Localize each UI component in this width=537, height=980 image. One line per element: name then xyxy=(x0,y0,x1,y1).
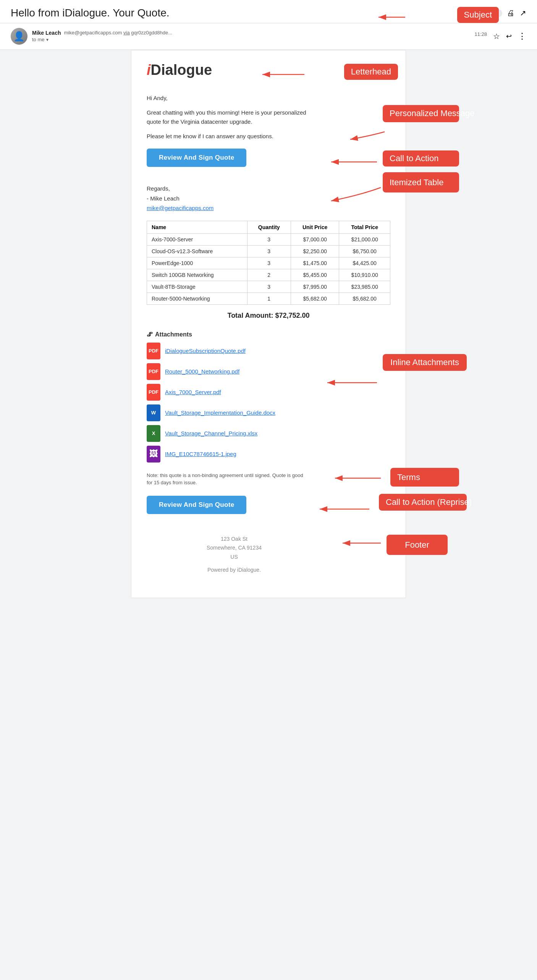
email-body: iDialogue Letterhead Hi Andy, Great chat… xyxy=(131,50,406,598)
cell-quantity: 3 xyxy=(247,257,291,269)
footer-annotation: Footer xyxy=(387,535,448,555)
table-row: Router-5000-Networking 1 $5,682.00 $5,68… xyxy=(147,293,390,304)
cta-reprise-section: Review And Sign Quote Call to Action (Re… xyxy=(147,496,390,523)
attachment-link[interactable]: iDialogueSubscriptionQuote.pdf xyxy=(165,348,246,354)
table-row: Vault-8TB-Storage 3 $7,995.00 $23,985.00 xyxy=(147,281,390,293)
letterhead-section: iDialogue Letterhead xyxy=(147,62,390,82)
sender-email-link[interactable]: mike@getpacificapps.com xyxy=(147,205,214,211)
attachment-link[interactable]: Vault_Storage_Implementation_Guide.docx xyxy=(165,409,275,416)
cell-quantity: 2 xyxy=(247,269,291,281)
cell-total-price: $4,425.00 xyxy=(339,257,390,269)
pdf-file-icon: PDF xyxy=(147,343,160,359)
cell-quantity: 1 xyxy=(247,293,291,304)
regards-section: Regards, - Mike Leach mike@getpacificapp… xyxy=(147,184,390,213)
cell-quantity: 3 xyxy=(247,233,291,245)
cell-unit-price: $2,250.00 xyxy=(291,245,339,257)
cell-total-price: $6,750.00 xyxy=(339,245,390,257)
img-file-icon: 🖼 xyxy=(147,446,160,463)
footer-powered-by: Powered by iDialogue. xyxy=(147,566,322,575)
body1: Great chatting with you this morning! He… xyxy=(147,108,306,126)
cell-name: Router-5000-Networking xyxy=(147,293,247,304)
pdf-file-icon: PDF xyxy=(147,384,160,401)
cell-name: Axis-7000-Server xyxy=(147,233,247,245)
itemized-table-annotation: Itemized Table xyxy=(383,172,459,192)
print-icon[interactable] xyxy=(507,9,514,18)
cell-name: Cloud-OS-v12.3-Software xyxy=(147,245,247,257)
star-icon[interactable] xyxy=(493,32,500,41)
attachments-header: Attachments xyxy=(147,331,299,338)
cell-total-price: $5,682.00 xyxy=(339,293,390,304)
cell-total-price: $23,985.00 xyxy=(339,281,390,293)
col-header-name: Name xyxy=(147,221,247,233)
col-header-unit-price: Unit Price xyxy=(291,221,339,233)
sender-name-regards: - Mike Leach xyxy=(147,194,306,204)
xlsx-file-icon: X xyxy=(147,425,160,442)
review-sign-button-reprise[interactable]: Review And Sign Quote xyxy=(147,496,246,514)
attachment-link[interactable]: Vault_Storage_Channel_Pricing.xlsx xyxy=(165,430,257,437)
regards-text: Regards, xyxy=(147,184,306,194)
col-header-quantity: Quantity xyxy=(247,221,291,233)
subject-icons xyxy=(507,8,526,18)
email-header: 👤 Mike Leach mike@getpacificapps.com via… xyxy=(0,23,537,50)
message-section: Hi Andy, Great chatting with you this mo… xyxy=(147,94,390,141)
cell-total-price: $21,000.00 xyxy=(339,233,390,245)
cell-name: PowerEdge-1000 xyxy=(147,257,247,269)
inline-attachments-annotation: Inline Attachments xyxy=(383,354,467,371)
greeting: Hi Andy, xyxy=(147,94,306,103)
table-row: Axis-7000-Server 3 $7,000.00 $21,000.00 xyxy=(147,233,390,245)
cell-unit-price: $7,000.00 xyxy=(291,233,339,245)
attachment-link[interactable]: Axis_7000_Server.pdf xyxy=(165,389,221,395)
sender-name: Mike Leach xyxy=(32,30,61,36)
reply-icon[interactable] xyxy=(506,32,512,40)
subject-title: Hello from iDialogue. Your Quote. xyxy=(11,7,473,19)
logo-dialogue: Dialogue xyxy=(151,62,212,78)
col-header-total-price: Total Price xyxy=(339,221,390,233)
total-amount: Total Amount: $72,752.00 xyxy=(147,312,390,320)
cell-quantity: 3 xyxy=(247,245,291,257)
attachment-item: PDFRouter_5000_Networking.pdf xyxy=(147,363,299,380)
attachment-item: XVault_Storage_Channel_Pricing.xlsx xyxy=(147,425,299,442)
table-row: Switch 100GB Networking 2 $5,455.00 $10,… xyxy=(147,269,390,281)
cell-name: Switch 100GB Networking xyxy=(147,269,247,281)
letterhead-annotation: Letterhead xyxy=(344,64,398,80)
review-sign-button[interactable]: Review And Sign Quote xyxy=(147,149,246,167)
attachment-item: PDFiDialogueSubscriptionQuote.pdf xyxy=(147,343,299,359)
items-table-section: Name Quantity Unit Price Total Price Axi… xyxy=(147,221,390,320)
body2: Please let me know if I can answer any q… xyxy=(147,132,306,141)
subject-bar: Hello from iDialogue. Your Quote. Inbox … xyxy=(0,0,537,23)
personalized-message-annotation: Personalized Message xyxy=(383,105,459,122)
attachment-link[interactable]: IMG_E10C78746615-1.jpeg xyxy=(165,451,236,457)
sender-email: mike@getpacificapps.com via gqr0zz0gdd8h… xyxy=(64,30,172,36)
attachments-list: PDFiDialogueSubscriptionQuote.pdfPDFRout… xyxy=(147,343,299,463)
external-link-icon[interactable] xyxy=(520,8,526,18)
terms-section: Note: this quote is a non-binding agreem… xyxy=(147,472,390,487)
cell-unit-price: $7,995.00 xyxy=(291,281,339,293)
paperclip-icon xyxy=(147,331,153,338)
avatar-image: 👤 xyxy=(11,28,27,45)
attachment-item: 🖼IMG_E10C78746615-1.jpeg xyxy=(147,446,299,463)
attachment-item: WVault_Storage_Implementation_Guide.docx xyxy=(147,404,299,421)
terms-annotation: Terms xyxy=(390,468,459,487)
sender-info: Mike Leach mike@getpacificapps.com via g… xyxy=(32,30,470,43)
footer-address2: Somewhere, CA 91234 xyxy=(147,543,322,553)
attachment-link[interactable]: Router_5000_Networking.pdf xyxy=(165,368,239,375)
timestamp: 11:28 xyxy=(474,31,487,37)
cell-unit-price: $1,475.00 xyxy=(291,257,339,269)
avatar: 👤 xyxy=(11,28,27,45)
footer-section: 123 Oak St Somewhere, CA 91234 US Powere… xyxy=(147,527,390,582)
footer-address1: 123 Oak St xyxy=(147,535,322,544)
to-me[interactable]: to me xyxy=(32,36,470,43)
cell-unit-price: $5,682.00 xyxy=(291,293,339,304)
pdf-file-icon: PDF xyxy=(147,363,160,380)
email-body-container: iDialogue Letterhead Hi Andy, Great chat… xyxy=(0,50,537,613)
items-table: Name Quantity Unit Price Total Price Axi… xyxy=(147,221,390,305)
cell-unit-price: $5,455.00 xyxy=(291,269,339,281)
attachments-section: Attachments PDFiDialogueSubscriptionQuot… xyxy=(147,331,390,463)
subject-annotation: Subject xyxy=(457,7,499,23)
chevron-down-icon xyxy=(46,37,49,42)
cell-name: Vault-8TB-Storage xyxy=(147,281,247,293)
table-row: PowerEdge-1000 3 $1,475.00 $4,425.00 xyxy=(147,257,390,269)
cell-total-price: $10,910.00 xyxy=(339,269,390,281)
more-options-icon[interactable] xyxy=(518,31,526,41)
cta-section: Review And Sign Quote Call to Action xyxy=(147,149,390,176)
